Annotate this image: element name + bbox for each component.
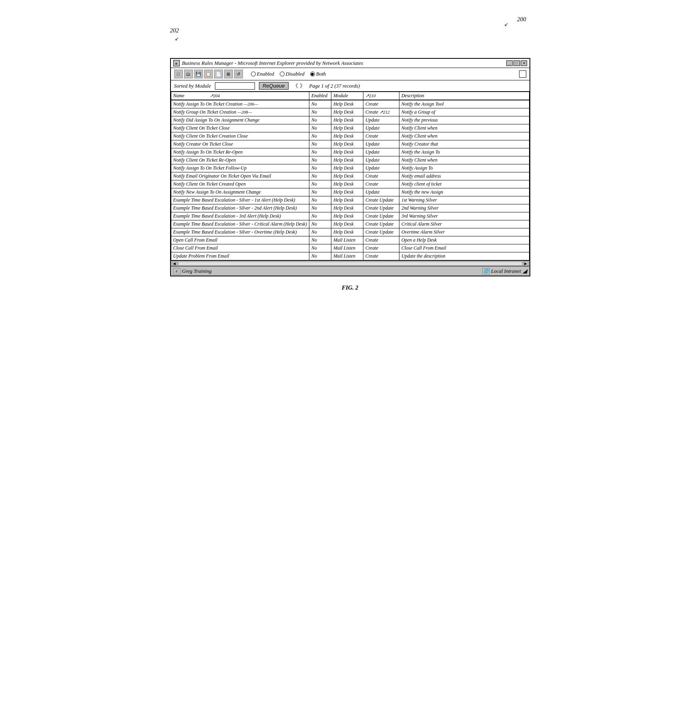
table-row[interactable]: Open Call From EmailNoMail ListenCreateO…: [171, 236, 529, 244]
cell-name: Notify Client On Ticket Creation Close: [171, 132, 309, 140]
cell-name: Notify Assign To On Ticket Re-Open: [171, 148, 309, 156]
cell-description: Notify the previous: [399, 116, 529, 124]
minimize-button[interactable]: _: [506, 60, 513, 66]
table-row[interactable]: Notify Assign To On Ticket Re-OpenNoHelp…: [171, 148, 529, 156]
sort-input[interactable]: [215, 82, 255, 90]
open-icon[interactable]: 🗂: [184, 70, 193, 78]
table-row[interactable]: Notify Creator On Ticket CloseNoHelp Des…: [171, 140, 529, 148]
table-row[interactable]: Example Time Based Escalation - Silver -…: [171, 228, 529, 236]
cell-name: Notify Did Assign To On Assignment Chang…: [171, 116, 309, 124]
nav-bar: Sorted by Module ReQueue 《 》 Page 1 of 2…: [171, 80, 530, 92]
radio-both-label: Both: [316, 71, 326, 77]
table-row[interactable]: Example Time Based Escalation - 3rd Aler…: [171, 212, 529, 220]
cell-event: Create Update: [363, 204, 399, 212]
cell-description: Update the description: [399, 252, 529, 260]
cell-event: Update: [363, 116, 399, 124]
refresh-icon[interactable]: ↺: [234, 70, 243, 78]
col-module-header: Module: [331, 92, 363, 100]
radio-disabled-label: Disabled: [286, 71, 305, 77]
cell-module: Mail Listen: [331, 236, 363, 244]
table-row[interactable]: Notify Client On Ticket CloseNoHelp Desk…: [171, 124, 529, 132]
cell-module: Help Desk: [331, 204, 363, 212]
col-description-header: Description: [399, 92, 529, 100]
cell-module: Help Desk: [331, 124, 363, 132]
table-row[interactable]: Notify Client On Ticket Created OpenNoHe…: [171, 180, 529, 188]
cell-enabled: No: [309, 108, 331, 116]
table-row[interactable]: Notify Assign To On Ticket Creation —206…: [171, 100, 529, 108]
cell-name: Notify Client On Ticket Close: [171, 124, 309, 132]
close-button[interactable]: ✕: [521, 60, 527, 66]
radio-both-circle: [310, 72, 315, 76]
cell-description: Open a Help Desk: [399, 236, 529, 244]
table-row[interactable]: Update Problem From EmailNoMail ListenCr…: [171, 252, 529, 260]
cell-description: Notify Client when: [399, 132, 529, 140]
callout-204: ↗204: [210, 93, 220, 98]
table-row[interactable]: Example Time Based Escalation - Silver -…: [171, 196, 529, 204]
table-row[interactable]: Notify Client On Ticket Re-OpenNoHelp De…: [171, 156, 529, 164]
scroll-left-button[interactable]: ◀: [172, 261, 177, 266]
nav-next-button[interactable]: 》: [300, 82, 305, 90]
table-row[interactable]: Example Time Based Escalation - Silver -…: [171, 204, 529, 212]
cell-enabled: No: [309, 156, 331, 164]
cell-name: Notify Group On Ticket Creation —208—: [171, 108, 309, 116]
radio-enabled[interactable]: Enabled: [251, 71, 274, 77]
cell-name: Example Time Based Escalation - Silver -…: [171, 204, 309, 212]
cell-module: Help Desk: [331, 164, 363, 172]
cell-enabled: No: [309, 228, 331, 236]
cell-name: Example Time Based Escalation - 3rd Aler…: [171, 212, 309, 220]
cell-name: Notify Client On Ticket Re-Open: [171, 156, 309, 164]
copy-icon[interactable]: 📋: [204, 70, 213, 78]
requeue-button[interactable]: ReQueue: [259, 82, 289, 90]
table-row[interactable]: Close Call From EmailNoMail ListenCreate…: [171, 244, 529, 252]
table-row[interactable]: Example Time Based Escalation - Silver -…: [171, 220, 529, 228]
title-text: Business Rules Manager - Microsoft Inter…: [182, 60, 363, 66]
cell-event: Create: [363, 244, 399, 252]
cell-name: Close Call From Email: [171, 244, 309, 252]
cell-module: Help Desk: [331, 180, 363, 188]
cell-description: Notify the Assign To: [399, 148, 529, 156]
grid-icon[interactable]: ⊞: [224, 70, 233, 78]
cell-module: Help Desk: [331, 116, 363, 124]
cell-description: Notify the Assign Tool: [399, 100, 529, 108]
toolbar-checkbox[interactable]: [519, 70, 526, 78]
cell-name: Notify New Assign To On Assignment Chang…: [171, 188, 309, 196]
status-icon-left: e: [173, 268, 181, 274]
cell-module: Help Desk: [331, 108, 363, 116]
table-row[interactable]: Notify Email Originator On Ticket Open V…: [171, 172, 529, 180]
new-icon[interactable]: □: [174, 70, 183, 78]
table-row[interactable]: Notify New Assign To On Assignment Chang…: [171, 188, 529, 196]
cell-module: Help Desk: [331, 156, 363, 164]
rules-table: Name ↗204 Enabled Module ↗210 Descriptio…: [171, 92, 530, 260]
paste-icon[interactable]: 📄: [214, 70, 223, 78]
table-row[interactable]: Notify Assign To On Ticket Follow-UpNoHe…: [171, 164, 529, 172]
table-row[interactable]: Notify Did Assign To On Assignment Chang…: [171, 116, 529, 124]
cell-enabled: No: [309, 132, 331, 140]
cell-description: Notify email address: [399, 172, 529, 180]
cell-description: Notify Client when: [399, 124, 529, 132]
nav-prev-button[interactable]: 《: [293, 82, 298, 90]
cell-description: Notify Creator that: [399, 140, 529, 148]
cell-enabled: No: [309, 148, 331, 156]
cell-enabled: No: [309, 212, 331, 220]
scroll-right-button[interactable]: ▶: [523, 261, 529, 266]
radio-both[interactable]: Both: [310, 71, 326, 77]
cell-module: Help Desk: [331, 212, 363, 220]
cell-name: Example Time Based Escalation - Silver -…: [171, 220, 309, 228]
cell-event: Create Update: [363, 212, 399, 220]
fig-202-label: 202: [170, 27, 179, 34]
radio-disabled[interactable]: Disabled: [280, 71, 305, 77]
title-bar: e Business Rules Manager - Microsoft Int…: [171, 59, 530, 68]
save-icon[interactable]: 💾: [194, 70, 203, 78]
table-row[interactable]: Notify Group On Ticket Creation —208—NoH…: [171, 108, 529, 116]
table-row[interactable]: Notify Client On Ticket Creation CloseNo…: [171, 132, 529, 140]
cell-name: Example Time Based Escalation - Silver -…: [171, 228, 309, 236]
cell-description: Notify a Group of: [399, 108, 529, 116]
horizontal-scrollbar[interactable]: ◀ ▶: [171, 260, 530, 266]
callout-210: ↗210: [365, 93, 376, 98]
scroll-track[interactable]: [178, 262, 522, 266]
cell-name: Example Time Based Escalation - Silver -…: [171, 196, 309, 204]
cell-event: Update: [363, 140, 399, 148]
cell-description: Notify Assign To: [399, 164, 529, 172]
maximize-button[interactable]: □: [513, 60, 520, 66]
cell-event: Create Update: [363, 220, 399, 228]
